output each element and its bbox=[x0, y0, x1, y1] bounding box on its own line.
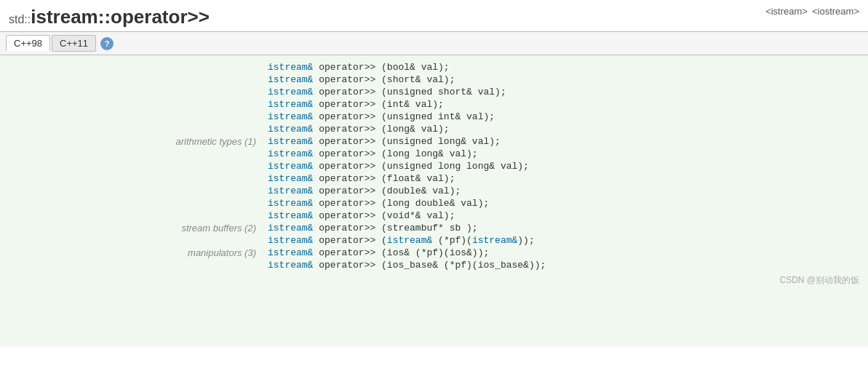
row-label bbox=[0, 98, 262, 111]
footer-text: CSDN @别动我的饭 bbox=[779, 274, 859, 287]
row-label: stream buffers (2) bbox=[0, 222, 262, 234]
row-code: istream& operator>> (streambuf* sb ); bbox=[262, 222, 868, 234]
row-code: istream& operator>> (int& val); bbox=[262, 98, 868, 111]
row-label: manipulators (3) bbox=[0, 247, 262, 259]
row-code: istream& operator>> (short& val); bbox=[262, 73, 868, 86]
row-label bbox=[0, 172, 262, 185]
row-label bbox=[0, 148, 262, 160]
table-row: arithmetic types (1)istream& operator>> … bbox=[0, 135, 868, 148]
row-code: istream& operator>> (unsigned int& val); bbox=[262, 111, 868, 123]
table-row: stream buffers (2)istream& operator>> (s… bbox=[0, 222, 868, 234]
table-row: manipulators (3)istream& operator>> (ios… bbox=[0, 247, 868, 259]
iostream-link[interactable]: <iostream> bbox=[812, 6, 859, 17]
row-code: istream& operator>> (bool& val); bbox=[262, 61, 868, 73]
row-label bbox=[0, 111, 262, 123]
table-row: istream& operator>> (short& val); bbox=[0, 73, 868, 86]
row-code: istream& operator>> (long& val); bbox=[262, 123, 868, 135]
page-title: std::istream::operator>> bbox=[9, 6, 210, 28]
header-links: <istream> <iostream> bbox=[765, 6, 859, 17]
row-code: istream& operator>> (unsigned long& val)… bbox=[262, 135, 868, 148]
row-code: istream& operator>> (double& val); bbox=[262, 185, 868, 197]
row-code: istream& operator>> (float& val); bbox=[262, 172, 868, 185]
row-label bbox=[0, 160, 262, 172]
page-header: std::istream::operator>> <istream> <iost… bbox=[0, 0, 868, 31]
row-label: arithmetic types (1) bbox=[0, 135, 262, 148]
table-row: istream& operator>> (istream& (*pf)(istr… bbox=[0, 234, 868, 247]
row-code: istream& operator>> (long long& val); bbox=[262, 148, 868, 160]
table-row: istream& operator>> (void*& val); bbox=[0, 210, 868, 222]
table-row: istream& operator>> (ios_base& (*pf)(ios… bbox=[0, 259, 868, 271]
table-row: istream& operator>> (bool& val); bbox=[0, 61, 868, 73]
table-row: istream& operator>> (double& val); bbox=[0, 185, 868, 197]
footer-bar: CSDN @别动我的饭 bbox=[0, 271, 868, 290]
table-row: istream& operator>> (long double& val); bbox=[0, 197, 868, 210]
row-code: istream& operator>> (ios_base& (*pf)(ios… bbox=[262, 259, 868, 271]
row-label bbox=[0, 259, 262, 271]
namespace-prefix: std:: bbox=[9, 13, 31, 25]
row-label bbox=[0, 86, 262, 98]
tab-cpp98[interactable]: C++98 bbox=[6, 35, 50, 52]
row-code: istream& operator>> (unsigned long long&… bbox=[262, 160, 868, 172]
tab-bar: C++98 C++11 ? bbox=[0, 31, 868, 55]
table-row: istream& operator>> (int& val); bbox=[0, 98, 868, 111]
table-row: istream& operator>> (long& val); bbox=[0, 123, 868, 135]
table-row: istream& operator>> (unsigned int& val); bbox=[0, 111, 868, 123]
help-icon[interactable]: ? bbox=[100, 37, 114, 50]
table-row: istream& operator>> (unsigned short& val… bbox=[0, 86, 868, 98]
code-table: istream& operator>> (bool& val);istream&… bbox=[0, 61, 868, 271]
row-label bbox=[0, 197, 262, 210]
row-code: istream& operator>> (long double& val); bbox=[262, 197, 868, 210]
table-row: istream& operator>> (unsigned long long&… bbox=[0, 160, 868, 172]
row-label bbox=[0, 123, 262, 135]
row-code: istream& operator>> (unsigned short& val… bbox=[262, 86, 868, 98]
row-code: istream& operator>> (ios& (*pf)(ios&)); bbox=[262, 247, 868, 259]
title-text: istream::operator>> bbox=[31, 6, 210, 28]
row-code: istream& operator>> (void*& val); bbox=[262, 210, 868, 222]
istream-link[interactable]: <istream> bbox=[765, 6, 808, 17]
row-label bbox=[0, 185, 262, 197]
table-row: istream& operator>> (float& val); bbox=[0, 172, 868, 185]
row-code: istream& operator>> (istream& (*pf)(istr… bbox=[262, 234, 868, 247]
row-label bbox=[0, 73, 262, 86]
tab-cpp11[interactable]: C++11 bbox=[52, 35, 96, 52]
row-label bbox=[0, 61, 262, 73]
content-area: istream& operator>> (bool& val);istream&… bbox=[0, 55, 868, 346]
table-row: istream& operator>> (long long& val); bbox=[0, 148, 868, 160]
row-label bbox=[0, 210, 262, 222]
row-label bbox=[0, 234, 262, 247]
